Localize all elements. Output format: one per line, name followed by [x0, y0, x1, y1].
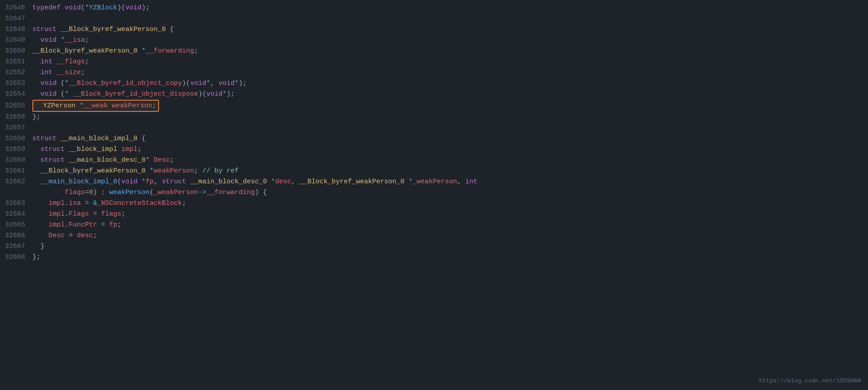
token: void	[190, 80, 206, 87]
token: struct	[162, 178, 186, 186]
line-number: 32665	[0, 220, 32, 230]
token: *	[222, 90, 226, 98]
token	[32, 189, 65, 196]
token: *	[206, 80, 210, 87]
token: *	[408, 178, 412, 186]
token: int	[465, 178, 477, 186]
line-content: __Block_byref_weakPerson_0 *__forwarding…	[32, 46, 868, 56]
token: void	[40, 80, 57, 87]
token: {	[166, 26, 174, 33]
token: void	[121, 178, 137, 186]
token: fp	[146, 178, 154, 186]
token: struct	[40, 156, 65, 164]
token: weakPerson	[154, 167, 194, 175]
token: __Block_byref_weakPerson_0	[40, 167, 146, 175]
line-number: 32664	[0, 209, 32, 219]
token: __Block_byref_id_object_copy	[69, 80, 182, 87]
token: ;	[194, 167, 202, 175]
token: Desc	[154, 156, 170, 164]
token: .	[65, 221, 69, 229]
token: ;	[93, 232, 97, 239]
line-number: 32663	[0, 198, 32, 208]
token: flags	[65, 189, 85, 196]
code-line: 32648struct __Block_byref_weakPerson_0 {	[0, 24, 868, 35]
token: __main_block_desc_0	[190, 178, 267, 186]
line-content: YZPerson *__weak weakPerson;	[32, 100, 868, 112]
token: ) :	[93, 189, 109, 196]
code-line: 32651 int __flags;	[0, 57, 868, 67]
watermark: https://blog.csdn.net/iOSSHAN	[759, 377, 861, 386]
line-number: 32660	[0, 155, 32, 165]
line-content: __main_block_impl_0(void *fp, struct __m…	[32, 177, 868, 187]
token: ->	[198, 189, 206, 196]
token: (	[117, 178, 121, 186]
token: *	[61, 36, 65, 44]
line-content: Desc = desc;	[32, 230, 868, 241]
code-line: 32653 void (*__Block_byref_id_object_cop…	[0, 78, 868, 89]
token: *	[271, 178, 275, 186]
token: );	[239, 80, 247, 87]
token: void	[218, 80, 235, 87]
token	[146, 167, 150, 175]
code-line: 32656};	[0, 112, 868, 123]
token: *	[150, 167, 154, 175]
code-line: 32665 impl.FuncPtr = fp;	[0, 220, 868, 230]
token	[32, 232, 49, 239]
code-line: 32647	[0, 13, 868, 24]
line-content: __Block_byref_weakPerson_0 *weakPerson; …	[32, 166, 868, 176]
line-content: struct __main_block_impl_0 {	[32, 133, 868, 144]
token	[65, 156, 69, 164]
token: YZPerson	[43, 102, 75, 110]
line-number: 32658	[0, 133, 32, 144]
token	[117, 146, 121, 153]
code-line: flags=0) : weakPerson(_weakPerson->__for…	[0, 187, 868, 198]
code-line: 32649 void *__isa;	[0, 35, 868, 46]
token	[267, 178, 271, 186]
line-number: 32654	[0, 89, 32, 99]
token: __main_block_impl_0	[40, 178, 117, 186]
token: {	[137, 135, 146, 142]
token: 0	[89, 189, 93, 196]
token: ;	[81, 69, 85, 76]
line-content: struct __Block_byref_weakPerson_0 {	[32, 24, 868, 35]
token: impl	[49, 210, 65, 218]
token: ;	[117, 221, 121, 229]
token: ;	[152, 102, 156, 110]
token	[186, 178, 190, 186]
token: impl	[49, 199, 65, 207]
token	[137, 47, 142, 55]
token: ;	[85, 36, 89, 44]
token: __Block_byref_weakPerson_0	[299, 178, 404, 186]
token: FuncPtr	[69, 221, 97, 229]
token	[32, 178, 40, 186]
token	[53, 58, 57, 66]
line-number: 32656	[0, 112, 32, 122]
code-line: 32655 YZPerson *__weak weakPerson;	[0, 100, 868, 112]
line-content: impl.FuncPtr = fp;	[32, 220, 868, 230]
token: =	[81, 199, 93, 207]
line-number: 32661	[0, 166, 32, 176]
line-content: int __size;	[32, 67, 868, 78]
token: =	[85, 189, 89, 196]
line-number: 32647	[0, 13, 32, 24]
token: // by ref	[202, 167, 239, 175]
token: =	[97, 221, 109, 229]
line-number: 32668	[0, 252, 32, 262]
token: =	[89, 210, 101, 218]
token: }	[32, 243, 44, 250]
token: _weakPerson	[412, 178, 457, 186]
token: desc	[77, 232, 93, 239]
token: void	[206, 90, 222, 98]
line-content: struct __block_impl impl;	[32, 144, 868, 155]
token	[32, 80, 40, 87]
token: impl	[121, 146, 137, 153]
token	[32, 156, 40, 164]
token: __Block_byref_id_object_dispose	[73, 90, 198, 98]
token: typedef	[32, 4, 61, 12]
line-content: }	[32, 241, 868, 252]
token: &	[93, 199, 97, 207]
token	[35, 102, 43, 110]
line-number: 32659	[0, 144, 32, 155]
token: flags	[101, 210, 121, 218]
token: YZBlock	[89, 4, 117, 12]
